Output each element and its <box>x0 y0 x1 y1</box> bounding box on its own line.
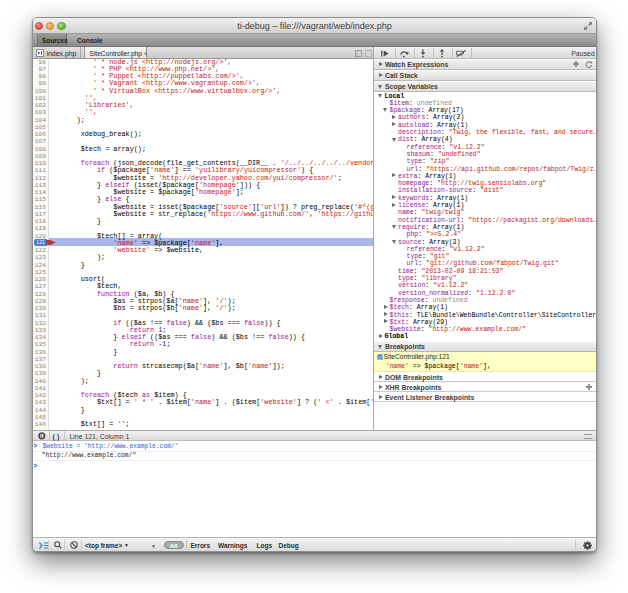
svg-text:121: 121 <box>36 240 45 246</box>
